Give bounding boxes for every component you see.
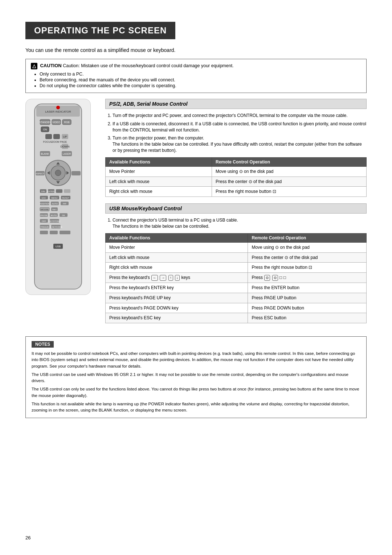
down-arrow-icon: ↓	[175, 275, 180, 281]
ps2-row2-func: Left click with mouse	[106, 177, 212, 187]
notes-label: NOTES	[32, 341, 54, 348]
svg-rect-37	[64, 189, 70, 193]
svg-text:MENU: MENU	[51, 197, 58, 199]
usb-row1-func: Move Pointer	[106, 242, 248, 252]
ps2-row1-op: Move using ⊙ on the disk pad	[212, 166, 367, 177]
svg-text:AUTO: AUTO	[52, 203, 58, 205]
caution-box: △ CAUTION Caution: Mistaken use of the m…	[25, 59, 367, 93]
svg-text:DOWN: DOWN	[60, 145, 70, 148]
notes-item-1: It may not be possible to control notebo…	[32, 351, 360, 369]
svg-text:PIP: PIP	[63, 203, 66, 205]
usb-row5-op: Press the ENTER button	[248, 283, 367, 293]
ps2-row3-op: Press the right mouse button ⊡	[212, 187, 367, 197]
ps2-table-header-2: Remote Control Operation	[212, 157, 367, 166]
svg-text:STANDBY: STANDBY	[39, 121, 51, 123]
usb-row6-func: Press keyboard's PAGE UP key	[106, 293, 248, 303]
svg-text:MUTE: MUTE	[51, 214, 57, 216]
usb-row1-op: Move using ⊙ on the disk pad	[248, 242, 367, 252]
ps2-table: Available Functions Remote Control Opera…	[105, 157, 367, 197]
remote-area: LASER INDICATOR STANDBY VIDEO RGB ON UP	[25, 99, 98, 330]
ps2-section-header: PS/2, ADB, Serial Mouse Control	[105, 99, 367, 109]
svg-text:POSITION: POSITION	[40, 203, 50, 205]
svg-rect-36	[56, 189, 62, 193]
table-row: Press keyboard's PAGE UP key Press PAGE …	[106, 293, 367, 303]
svg-text:LASER INDICATOR: LASER INDICATOR	[45, 110, 71, 113]
svg-text:ESC: ESC	[42, 197, 46, 199]
usb-row6-op: Press PAGE UP button	[248, 293, 367, 303]
svg-text:VIDEO: VIDEO	[52, 121, 60, 123]
table-row: Left click with mouse Press the center ⊙…	[106, 252, 367, 263]
page: OPERATING THE PC SCREEN You can use the …	[0, 0, 392, 555]
svg-text:ON: ON	[43, 128, 47, 131]
caution-text: Caution: Mistaken use of the mouse/keybo…	[63, 63, 233, 68]
svg-text:UP: UP	[63, 135, 67, 138]
ps2-steps: Turn off the projector and PC power, and…	[105, 113, 367, 154]
disk-pad2-icon: ⊙	[272, 275, 278, 281]
usb-table-header-1: Available Functions	[106, 233, 248, 242]
svg-rect-11	[45, 134, 52, 139]
ps2-row3-func: Right click with mouse	[106, 187, 212, 197]
svg-rect-72	[60, 231, 70, 234]
usb-row4-op: Press ⊙ ⊙ □ □	[248, 273, 367, 283]
usb-row3-func: Right click with mouse	[106, 263, 248, 273]
svg-text:DIN: DIN	[41, 190, 45, 193]
usb-steps: Connect the projector's USB terminal to …	[105, 217, 367, 230]
subtitle: You can use the remote control as a simp…	[25, 47, 367, 53]
ps2-row1-func: Move Pointer	[106, 166, 212, 177]
table-row: Press the keyboard's ← → ↑ ↓ keys Press …	[106, 273, 367, 283]
usb-table-header-2: Remote Control Operation	[248, 233, 367, 242]
svg-text:FOCUS: FOCUS	[43, 141, 52, 143]
usb-section-header: USB Mouse/Keyboard Control	[105, 203, 367, 214]
svg-text:Vol+: Vol+	[52, 208, 57, 211]
table-row: Press keyboard's ESC key Press ESC butto…	[106, 313, 367, 323]
page-title: OPERATING THE PC SCREEN	[34, 25, 167, 36]
table-row: Left click with mouse Press the center ⊙…	[106, 177, 367, 187]
ps2-step-1: Turn off the projector and PC power, and…	[113, 113, 367, 119]
notes-box: NOTES It may not be possible to control …	[25, 336, 367, 418]
table-row: Move Pointer Move using ⊙ on the disk pa…	[106, 242, 367, 252]
ps2-step-3: Turn on the projector power, then the co…	[113, 135, 367, 153]
svg-text:PAUSE: PAUSE	[40, 214, 48, 216]
svg-text:USB: USB	[56, 245, 61, 248]
caution-header: △ CAUTION Caution: Mistaken use of the m…	[31, 63, 361, 69]
page-number: 26	[25, 535, 30, 540]
caution-label: CAUTION	[40, 63, 61, 68]
svg-rect-12	[53, 134, 60, 139]
right-content: PS/2, ADB, Serial Mouse Control Turn off…	[105, 99, 367, 330]
ps2-row2-op: Press the center ⊙ of the disk pad	[212, 177, 367, 187]
ps2-table-header-1: Available Functions	[106, 157, 212, 166]
usb-step-1: Connect the projector's USB terminal to …	[113, 217, 367, 230]
usb-row2-func: Left click with mouse	[106, 252, 248, 263]
svg-text:D-KEYCODE: D-KEYCODE	[49, 226, 62, 228]
table-row: Move Pointer Move using ⊙ on the disk pa…	[106, 166, 367, 177]
caution-bullet-2: Before connecting, read the manuals of t…	[40, 77, 361, 82]
caution-bullet-3: Do not unplug the connector cables while…	[40, 83, 361, 88]
remote-image: LASER INDICATOR STANDBY VIDEO RGB ON UP	[25, 99, 91, 295]
caution-triangle-icon: △	[31, 63, 37, 69]
notes-item-3: The USB control can only be used for the…	[32, 386, 360, 399]
table-row: Press keyboard's PAGE DOWN key Press PAG…	[106, 303, 367, 313]
svg-text:MOUSE: MOUSE	[41, 208, 49, 211]
title-bar: OPERATING THE PC SCREEN	[25, 22, 175, 39]
right-arrow-icon: →	[160, 275, 166, 281]
usb-row3-op: Press the right mouse button ⊡	[248, 263, 367, 273]
notes-item-2: The USB control can be used with Windows…	[32, 372, 360, 384]
svg-text:PAGE: PAGE	[60, 141, 67, 143]
table-row: Right click with mouse Press the right m…	[106, 187, 367, 197]
usb-row7-func: Press keyboard's PAGE DOWN key	[106, 303, 248, 313]
svg-text:RGB: RGB	[64, 121, 70, 123]
usb-row2-op: Press the center ⊙ of the disk pad	[248, 252, 367, 263]
usb-row8-func: Press keyboard's ESC key	[106, 313, 248, 323]
disk-pad-icon: ⊙	[264, 275, 270, 281]
svg-text:ENTER: ENTER	[47, 190, 55, 193]
svg-text:BLANK: BLANK	[41, 153, 49, 155]
table-row: Press the keyboard's ENTER key Press the…	[106, 283, 367, 293]
svg-text:OK: OK	[62, 214, 65, 216]
remote-svg: LASER INDICATOR STANDBY VIDEO RGB ON UP	[27, 102, 89, 291]
svg-point-26	[55, 170, 61, 176]
usb-row5-func: Press the keyboard's ENTER key	[106, 283, 248, 293]
left-arrow-icon: ←	[151, 275, 158, 281]
main-content: LASER INDICATOR STANDBY VIDEO RGB ON UP	[25, 99, 367, 330]
svg-text:ASPECT: ASPECT	[36, 173, 44, 175]
svg-text:KEYSTONE: KEYSTONE	[49, 220, 61, 222]
